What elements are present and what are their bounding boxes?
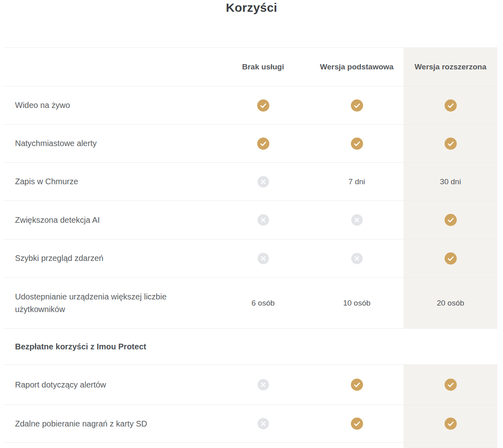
row-label: Wideo na żywo (15, 99, 70, 112)
cell: 6 osób (216, 278, 310, 328)
section-header-row: Bezpłatne korzyści z Imou Protect (3, 329, 497, 365)
row-label: Zapis w Chmurze (15, 175, 78, 188)
cross-icon (258, 253, 269, 264)
table-header-row: Brak usługi Wersja podstawowa Wersja roz… (3, 48, 497, 86)
cell (310, 443, 404, 448)
cross-icon (258, 176, 269, 187)
check-icon (445, 379, 457, 391)
check-icon (351, 379, 363, 391)
cell (404, 405, 497, 442)
check-icon (445, 138, 457, 150)
check-icon (351, 138, 363, 150)
cell (216, 365, 310, 405)
check-icon (351, 99, 363, 112)
cell (216, 125, 310, 162)
cell (404, 86, 497, 124)
cell (404, 365, 497, 405)
cell: 10 osób (310, 278, 404, 328)
cell (216, 163, 310, 200)
table-row: Zapis w Chmurze 7 dni 30 dni (3, 163, 497, 201)
column-header-extended-version: Wersja rozszerzona (404, 48, 497, 86)
row-label: Raport dotyczący alertów (15, 379, 106, 391)
cell (216, 239, 310, 277)
cell (310, 239, 404, 277)
cell (216, 405, 310, 442)
cell: 30 dni (404, 163, 497, 200)
section-header-label: Bezpłatne korzyści z Imou Protect (15, 340, 146, 353)
check-icon (445, 252, 457, 265)
check-icon (257, 138, 269, 150)
column-header-basic-version: Wersja podstawowa (310, 48, 404, 86)
column-header-no-service: Brak usługi (216, 48, 310, 86)
cell: 20 osób (404, 278, 497, 328)
table-row: Raport dotyczący alertów (3, 365, 497, 405)
cell (404, 443, 497, 448)
cell (216, 86, 310, 124)
check-icon (445, 418, 457, 430)
table-row: Zwiększona detekcja AI (3, 201, 497, 239)
cross-icon (258, 418, 269, 429)
row-label: Zwiększona detekcja AI (15, 214, 100, 226)
row-label: Zdalne pobieranie nagrań z karty SD (15, 418, 147, 430)
cell (216, 201, 310, 239)
cross-icon (351, 214, 363, 226)
cell (310, 405, 404, 442)
cell (310, 201, 404, 239)
cell (404, 125, 497, 162)
cell: 7 dni (310, 163, 404, 200)
cell (310, 365, 404, 405)
row-label: Udostepnianie urządzenia większej liczbi… (15, 291, 189, 316)
cell (216, 443, 310, 448)
cross-icon (258, 214, 269, 226)
header-empty-cell (3, 48, 216, 86)
table-row: Wideo na żywo (3, 86, 497, 125)
cell (404, 239, 497, 277)
table-row: Udostepnianie urządzenia większej liczbi… (3, 278, 497, 329)
page-title: Korzyści (0, 0, 503, 47)
row-label: Szybki przegląd zdarzeń (15, 252, 103, 265)
check-icon (351, 418, 363, 430)
cross-icon (351, 253, 363, 264)
table-row: Natychmiastowe alerty (3, 125, 497, 163)
cross-icon (258, 379, 269, 390)
cell (310, 125, 404, 162)
table-row: Szybki przegląd zdarzeń (3, 239, 497, 278)
table-row: Zdalne pobieranie nagrań z karty SD (3, 405, 497, 443)
check-icon (445, 99, 457, 112)
cell (310, 86, 404, 124)
cell (404, 201, 497, 239)
check-icon (257, 99, 269, 112)
table-row-partial (3, 443, 497, 448)
row-label: Natychmiastowe alerty (15, 137, 97, 150)
check-icon (445, 214, 457, 226)
benefits-comparison-table: Brak usługi Wersja podstawowa Wersja roz… (3, 47, 497, 448)
